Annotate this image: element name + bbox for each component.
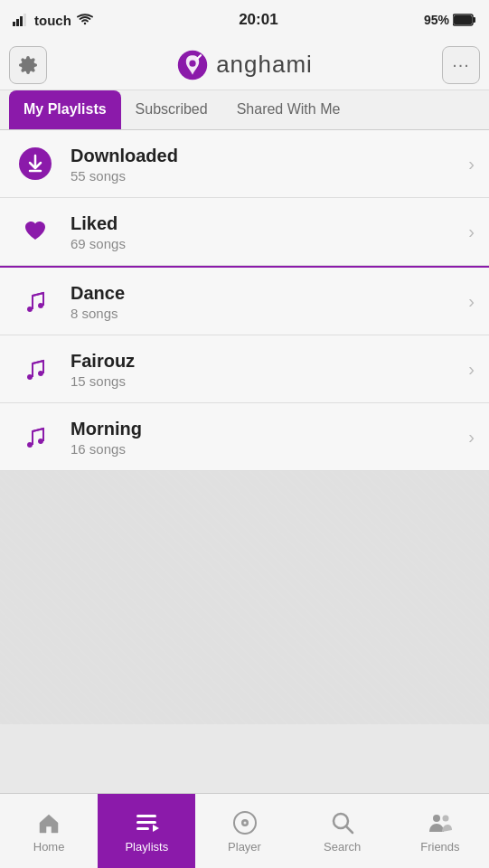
app-header: anghami ··· — [0, 40, 489, 90]
tab-bar: My Playlists Subscribed Shared With Me — [0, 90, 489, 130]
svg-rect-5 — [473, 17, 475, 23]
nav-search[interactable]: Search — [294, 794, 391, 868]
status-battery: 95% — [424, 13, 476, 27]
friends-icon — [427, 809, 454, 836]
morning-name: Morning — [71, 418, 468, 439]
playlists-label: Playlists — [125, 840, 168, 854]
home-icon — [35, 809, 62, 836]
playlist-item-downloaded[interactable]: Downloaded 55 songs › — [0, 130, 489, 198]
svg-rect-0 — [13, 22, 15, 26]
status-carrier: touch — [13, 13, 93, 28]
playlist-item-dance[interactable]: Dance 8 songs › — [0, 266, 489, 335]
svg-rect-18 — [136, 827, 149, 830]
search-icon — [329, 809, 356, 836]
svg-line-15 — [33, 429, 43, 431]
svg-point-25 — [442, 815, 448, 821]
playlist-list: Downloaded 55 songs › Liked 69 songs › — [0, 130, 489, 724]
svg-line-23 — [346, 826, 353, 833]
music-note-3-icon — [18, 420, 52, 454]
dance-icon — [14, 280, 56, 322]
bottom-navigation: Home Playlists Player — [0, 793, 489, 868]
player-icon — [231, 809, 259, 836]
nav-playlists[interactable]: Playlists — [98, 794, 195, 868]
svg-point-24 — [433, 815, 440, 822]
more-button[interactable]: ··· — [442, 46, 480, 84]
fairouz-name: Fairouz — [71, 350, 468, 372]
tab-my-playlists[interactable]: My Playlists — [9, 90, 121, 129]
chevron-icon: › — [468, 154, 475, 175]
dance-count: 8 songs — [71, 306, 468, 321]
svg-point-8 — [190, 60, 196, 66]
svg-rect-2 — [20, 16, 23, 26]
logo-icon — [176, 49, 209, 81]
svg-point-12 — [19, 285, 52, 317]
morning-icon — [14, 416, 56, 458]
svg-line-13 — [33, 293, 43, 296]
nav-friends[interactable]: Friends — [391, 794, 489, 868]
battery-icon — [453, 14, 476, 26]
chevron-icon: › — [468, 427, 475, 448]
status-bar: touch 20:01 95% — [0, 0, 489, 40]
nav-home[interactable]: Home — [0, 794, 98, 868]
downloaded-count: 55 songs — [71, 168, 468, 184]
status-time: 20:01 — [239, 11, 277, 29]
signal-icon — [13, 14, 29, 26]
dance-name: Dance — [71, 282, 468, 304]
playlist-item-morning[interactable]: Morning 16 songs › — [0, 403, 489, 471]
liked-name: Liked — [71, 212, 468, 234]
fairouz-icon — [14, 348, 56, 390]
dance-info: Dance 8 songs — [71, 282, 468, 321]
svg-rect-16 — [136, 815, 156, 817]
svg-rect-17 — [136, 821, 156, 824]
nav-player[interactable]: Player — [195, 794, 293, 868]
svg-rect-6 — [454, 15, 472, 24]
playlist-item-fairouz[interactable]: Fairouz 15 songs › — [0, 335, 489, 403]
settings-button[interactable] — [9, 46, 47, 84]
home-label: Home — [33, 840, 65, 854]
more-dots-icon: ··· — [452, 54, 470, 75]
svg-line-14 — [33, 361, 43, 363]
playlist-item-liked[interactable]: Liked 69 songs › — [0, 198, 489, 266]
svg-rect-1 — [16, 19, 19, 26]
gear-icon — [18, 55, 38, 75]
app-name: anghami — [216, 51, 313, 79]
svg-point-21 — [243, 821, 246, 824]
downloaded-name: Downloaded — [71, 145, 468, 166]
liked-info: Liked 69 songs — [71, 212, 468, 251]
heart-icon — [18, 214, 52, 249]
search-label: Search — [324, 840, 361, 854]
fairouz-count: 15 songs — [71, 373, 468, 389]
music-note-2-icon — [18, 352, 52, 386]
downloaded-icon — [14, 143, 56, 184]
liked-icon — [14, 211, 56, 252]
chevron-icon: › — [468, 359, 475, 380]
downloaded-info: Downloaded 55 songs — [71, 145, 468, 184]
download-icon — [18, 146, 52, 181]
empty-content-area — [0, 471, 489, 724]
tab-shared-with-me[interactable]: Shared With Me — [222, 90, 355, 129]
player-label: Player — [228, 840, 261, 854]
svg-rect-3 — [24, 14, 26, 26]
carrier-label: touch — [34, 13, 71, 28]
chevron-icon: › — [468, 222, 475, 242]
playlists-icon — [133, 809, 160, 836]
chevron-icon: › — [468, 291, 475, 312]
friends-label: Friends — [420, 840, 459, 854]
app-logo: anghami — [176, 49, 313, 81]
morning-info: Morning 16 songs — [71, 418, 468, 457]
tab-subscribed[interactable]: Subscribed — [121, 90, 222, 129]
liked-count: 69 songs — [71, 236, 468, 251]
fairouz-info: Fairouz 15 songs — [71, 350, 468, 389]
music-note-icon — [18, 284, 52, 318]
morning-count: 16 songs — [71, 441, 468, 457]
wifi-icon — [77, 14, 93, 26]
